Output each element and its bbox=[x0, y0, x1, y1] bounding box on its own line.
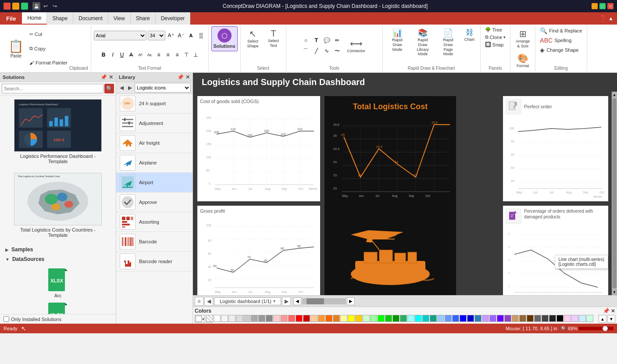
find-replace-button[interactable]: 🔍 Find & Replace bbox=[538, 26, 584, 35]
curve-tool-button[interactable]: ∿ bbox=[322, 46, 332, 56]
color-swatch-cyan[interactable] bbox=[415, 315, 422, 322]
menu-file-tab[interactable]: File bbox=[0, 12, 22, 25]
paste-button[interactable]: 📋 Paste bbox=[4, 26, 28, 71]
solutions-pin-icon[interactable]: 📌 bbox=[100, 74, 107, 80]
font-size-select[interactable]: 34 bbox=[148, 31, 165, 40]
menu-developer-tab[interactable]: Developer bbox=[156, 12, 191, 25]
color-swatch-gray3[interactable] bbox=[251, 315, 258, 322]
color-swatch-orange4[interactable] bbox=[333, 315, 340, 322]
lib-item-airfreight[interactable]: Air freight bbox=[116, 133, 193, 153]
color-swatch-white[interactable] bbox=[214, 315, 221, 322]
freehand-tool-button[interactable]: 〜 bbox=[332, 46, 342, 56]
search-button[interactable]: 🔍 bbox=[104, 84, 114, 93]
color-swatch-lightgreen[interactable] bbox=[363, 315, 370, 322]
superscript-button[interactable]: A² bbox=[136, 50, 145, 59]
color-swatch-pastel3[interactable] bbox=[579, 315, 586, 322]
color-swatch-green5[interactable] bbox=[400, 315, 407, 322]
font-color-button[interactable]: A bbox=[187, 31, 196, 40]
canvas-content[interactable]: Cost of goods sold (COGS) Thousands of U… bbox=[193, 92, 617, 295]
color-swatch-brown1[interactable] bbox=[512, 315, 519, 322]
lib-item-barcode[interactable]: Barcode bbox=[116, 232, 193, 252]
minimize-button[interactable]: ─ bbox=[592, 3, 598, 9]
color-swatch-teal1[interactable] bbox=[407, 315, 414, 322]
menu-shape-tab[interactable]: Shape bbox=[47, 12, 73, 25]
tree-button[interactable]: 🌳Tree bbox=[483, 26, 508, 33]
underline-button[interactable]: U bbox=[118, 50, 126, 59]
menu-home-tab[interactable]: Home bbox=[22, 12, 47, 25]
lib-item-adjustment[interactable]: Adjustment bbox=[116, 114, 193, 133]
color-selector-arrow[interactable]: ▾ bbox=[202, 317, 204, 321]
color-swatch-green4[interactable] bbox=[392, 315, 399, 322]
color-swatch-yellow2[interactable] bbox=[348, 315, 355, 322]
help-icon[interactable]: ❓ bbox=[599, 15, 606, 22]
scroll-thumb[interactable] bbox=[612, 98, 617, 289]
color-swatch-darkgray2[interactable] bbox=[542, 315, 549, 322]
page-tab-dropdown-icon[interactable]: ▾ bbox=[273, 299, 275, 303]
color-swatch-black[interactable] bbox=[556, 315, 564, 322]
lib-item-assorting[interactable]: Assorting bbox=[116, 212, 193, 232]
color-swatch-red1[interactable] bbox=[288, 315, 295, 322]
colors-scroll-up[interactable]: ▲ bbox=[599, 315, 606, 323]
clone-button[interactable]: ⧉Clone▾ bbox=[483, 34, 508, 40]
colors-pin-icon[interactable]: 📌 bbox=[603, 308, 610, 314]
color-swatch-green1[interactable] bbox=[370, 315, 377, 322]
ellipse-tool-button[interactable]: ○ bbox=[301, 36, 310, 45]
rapid-page-mode-button[interactable]: 📄 Rapid Draw Page Mode bbox=[436, 26, 460, 58]
color-swatch-gray5[interactable] bbox=[266, 315, 273, 322]
color-swatch-pink1[interactable] bbox=[273, 315, 280, 322]
lib-item-approve[interactable]: Approve bbox=[116, 193, 193, 212]
connector-button[interactable]: ⟷ Connector bbox=[344, 36, 368, 56]
color-swatch-pastel2[interactable] bbox=[571, 315, 578, 322]
lib-item-barcode-reader[interactable]: Barcode reader bbox=[116, 252, 193, 271]
horiz-scroll-left-button[interactable]: ◀ bbox=[293, 297, 301, 305]
color-swatch-gray4[interactable] bbox=[258, 315, 265, 322]
quick-redo-icon[interactable]: ↪ bbox=[51, 2, 59, 10]
color-swatch-blue6[interactable] bbox=[474, 315, 481, 322]
color-swatch-blue3[interactable] bbox=[452, 315, 459, 322]
color-swatch-darkgray3[interactable] bbox=[549, 315, 556, 322]
color-swatch-transparent[interactable] bbox=[206, 315, 213, 322]
ribbon-collapse-icon[interactable]: ▲ bbox=[608, 15, 613, 21]
lib-item-airport[interactable]: Airport bbox=[116, 173, 193, 193]
color-swatch-blue2[interactable] bbox=[445, 315, 452, 322]
color-swatch-pink2[interactable] bbox=[281, 315, 288, 322]
color-swatch-darkgray1[interactable] bbox=[534, 315, 541, 322]
text-tool-button[interactable]: T bbox=[311, 36, 321, 45]
solutions-close-icon[interactable]: ✕ bbox=[109, 74, 113, 80]
highlight-button[interactable]: ▒ bbox=[197, 31, 206, 40]
datasource-item-1[interactable]: XLSX Arc bbox=[5, 266, 111, 298]
align-right-button[interactable]: ≡ bbox=[173, 50, 182, 59]
solutions-button[interactable]: ⬡ Solutions bbox=[211, 26, 238, 51]
callout-tool-button[interactable]: 💬 bbox=[322, 36, 332, 45]
color-swatch-purple3[interactable] bbox=[497, 315, 504, 322]
color-swatch-green2[interactable] bbox=[378, 315, 385, 322]
colors-scroll-down[interactable]: ▼ bbox=[607, 315, 615, 323]
page-list-button[interactable]: ≡ bbox=[195, 297, 203, 306]
font-select[interactable]: Arial bbox=[94, 31, 146, 40]
only-installed-checkbox[interactable] bbox=[4, 316, 9, 322]
color-swatch-orange2[interactable] bbox=[318, 315, 325, 322]
color-swatch-gray2[interactable] bbox=[243, 315, 250, 322]
colors-close-icon[interactable]: ✕ bbox=[611, 308, 615, 314]
color-swatch-lightgray1[interactable] bbox=[221, 315, 228, 322]
spelling-button[interactable]: ABC Spelling bbox=[538, 36, 584, 45]
lib-forward-button[interactable]: ▶ bbox=[126, 84, 134, 92]
quick-save-icon[interactable]: 💾 bbox=[32, 2, 40, 10]
line-tool-button[interactable]: ╱ bbox=[311, 46, 321, 56]
arc-tool-button[interactable]: ⌒ bbox=[301, 46, 310, 56]
color-fill-selector[interactable]: ▾ bbox=[195, 315, 205, 323]
subscript-button[interactable]: A₂ bbox=[145, 50, 154, 59]
align-middle-button[interactable]: ⊥ bbox=[191, 50, 200, 59]
menu-share-tab[interactable]: Share bbox=[131, 12, 156, 25]
search-input[interactable] bbox=[2, 84, 103, 93]
color-swatch-purple1[interactable] bbox=[482, 315, 489, 322]
lib-item-airplane[interactable]: Airplane bbox=[116, 153, 193, 173]
menu-view-tab[interactable]: View bbox=[108, 12, 131, 25]
scroll-down-button[interactable]: ▼ bbox=[612, 289, 617, 295]
page-prev-button[interactable]: ◀ bbox=[204, 297, 213, 306]
solution-thumb-2[interactable]: Total Logistics by Countries Template Co… bbox=[2, 171, 114, 239]
horiz-scroll-right-button[interactable]: ▶ bbox=[347, 297, 355, 305]
page-next-button[interactable]: ▶ bbox=[282, 297, 291, 306]
color-swatch-brown3[interactable] bbox=[527, 315, 534, 322]
change-shape-button[interactable]: ◈ Change Shape bbox=[538, 46, 584, 54]
